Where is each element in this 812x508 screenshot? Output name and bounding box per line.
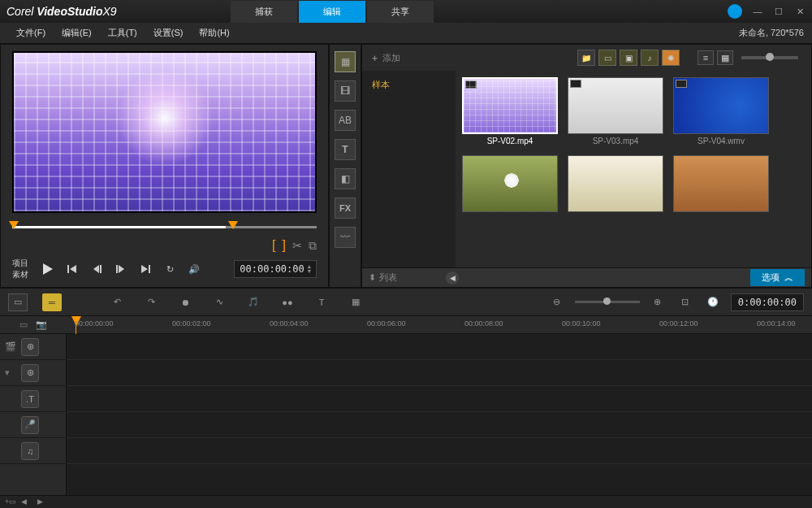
- thumb-view-button[interactable]: ▦: [717, 50, 733, 65]
- timeline-ruler[interactable]: 00:00:00:00 00:00:02:00 00:00:04:00 00:0…: [67, 316, 812, 333]
- mode-clip-label[interactable]: 素材: [12, 269, 28, 280]
- tab-share[interactable]: 共享: [367, 1, 434, 23]
- scroll-left-button[interactable]: ◀: [21, 497, 32, 507]
- storyboard-view-button[interactable]: ▭: [8, 293, 28, 311]
- graphic-category-button[interactable]: ◧: [335, 168, 356, 189]
- thumbnail-zoom-slider[interactable]: [741, 56, 798, 59]
- play-button[interactable]: [38, 259, 58, 279]
- import-folder-button[interactable]: 📁: [577, 50, 595, 66]
- menu-file[interactable]: 文件(F): [8, 24, 54, 42]
- ruler-camera-icon[interactable]: 📷: [36, 319, 47, 330]
- subtitle-button[interactable]: T: [312, 293, 331, 311]
- video-track-header[interactable]: 🎬 ⊛: [0, 334, 66, 360]
- mark-out-handle[interactable]: [228, 221, 238, 229]
- preview-scrubber[interactable]: [12, 219, 317, 233]
- zoom-out-button[interactable]: ⊖: [547, 293, 567, 311]
- mark-in-handle[interactable]: [9, 221, 19, 229]
- maximize-button[interactable]: ☐: [773, 6, 784, 17]
- goto-end-button[interactable]: [136, 259, 155, 279]
- workspace-tabs: 捕获 编辑 共享: [231, 1, 435, 23]
- title-category-button[interactable]: T: [335, 139, 356, 160]
- auto-music-button[interactable]: 🎵: [244, 293, 263, 311]
- media-category-button[interactable]: ▦: [335, 51, 356, 72]
- preview-viewport[interactable]: [12, 51, 317, 213]
- app-logo: Corel VideoStudioX9: [6, 5, 117, 18]
- clip-thumbnail[interactable]: SP-V03.mp4: [568, 77, 663, 145]
- mode-project-label[interactable]: 项目: [12, 258, 28, 269]
- menu-help[interactable]: 帮助(H): [191, 24, 237, 42]
- filter-favorites-button[interactable]: ✺: [662, 50, 680, 66]
- chevron-down-icon[interactable]: ▾: [5, 367, 16, 378]
- globe-icon[interactable]: [728, 4, 742, 19]
- menu-tools[interactable]: 工具(T): [100, 24, 145, 42]
- title-track-header[interactable]: .T: [0, 386, 66, 412]
- fit-project-button[interactable]: ⊡: [676, 293, 695, 311]
- clip-thumbnail[interactable]: SP-V04.wmv: [673, 77, 769, 145]
- chevron-up-icon: ︽: [784, 271, 793, 284]
- redo-button[interactable]: ↷: [141, 293, 161, 311]
- timeline-tracks-area[interactable]: [67, 334, 812, 495]
- overlay-track-icon: ⊛: [21, 364, 39, 382]
- tab-capture[interactable]: 捕获: [231, 1, 297, 23]
- svg-rect-8: [149, 265, 150, 273]
- goto-start-button[interactable]: [63, 259, 82, 279]
- mark-out-button[interactable]: ]: [283, 238, 286, 253]
- voice-track-header[interactable]: 🎤: [0, 412, 66, 438]
- repeat-button[interactable]: ↻: [160, 259, 179, 279]
- filter-photo-button[interactable]: ▣: [620, 50, 637, 66]
- snapshot-icon[interactable]: ⧉: [309, 239, 317, 253]
- video-badge-icon: [570, 80, 581, 88]
- video-badge-icon: [676, 80, 687, 88]
- library-panel: ＋ 添加 📁 ▭ ▣ ♪ ✺ ≡ ▦ 样本 SP-V02.mp4: [361, 44, 812, 288]
- title-track-icon: .T: [21, 390, 39, 408]
- music-track-header[interactable]: ♫: [0, 438, 66, 464]
- project-info: 未命名, 720*576: [739, 27, 804, 39]
- multi-trim-button[interactable]: ●●: [278, 293, 297, 311]
- tab-edit[interactable]: 编辑: [299, 1, 365, 23]
- clip-thumbnail[interactable]: [568, 155, 663, 215]
- clip-thumbnail[interactable]: [462, 155, 558, 215]
- volume-button[interactable]: 🔊: [184, 259, 204, 279]
- timeline-view-button[interactable]: ═: [42, 293, 62, 311]
- record-button[interactable]: ⏺: [175, 293, 195, 311]
- sort-button[interactable]: ⬍ 列表: [369, 271, 397, 284]
- prev-frame-button[interactable]: [87, 259, 106, 279]
- audio-mixer-button[interactable]: ∿: [209, 293, 229, 311]
- filter-video-button[interactable]: ▭: [598, 50, 616, 66]
- minimize-button[interactable]: —: [752, 6, 763, 17]
- zoom-in-button[interactable]: ⊕: [648, 293, 667, 311]
- close-button[interactable]: ✕: [794, 6, 806, 17]
- svg-rect-4: [100, 265, 102, 273]
- mark-in-button[interactable]: [: [272, 238, 275, 253]
- options-panel-button[interactable]: 选项 ︽: [750, 269, 805, 286]
- add-folder-button[interactable]: ＋ 添加: [370, 52, 400, 64]
- list-view-button[interactable]: ≡: [698, 50, 714, 65]
- next-frame-button[interactable]: [111, 259, 131, 279]
- undo-button[interactable]: ↶: [107, 293, 127, 311]
- cut-icon[interactable]: ✂: [292, 239, 302, 252]
- transition-category-button[interactable]: AB: [335, 110, 356, 131]
- clip-thumbnail[interactable]: SP-V02.mp4: [462, 77, 558, 145]
- track-toggle-icon[interactable]: 🎬: [5, 341, 16, 352]
- svg-marker-6: [119, 265, 124, 273]
- filter-category-button[interactable]: FX: [335, 198, 356, 219]
- tree-item-sample[interactable]: 样本: [367, 76, 451, 94]
- overlay-track-header[interactable]: ▾ ⊛: [0, 360, 66, 386]
- clip-thumbnail[interactable]: [673, 155, 769, 215]
- timeline-zoom-slider[interactable]: [575, 301, 640, 303]
- timeline-timecode[interactable]: 0:00:00:00: [731, 293, 804, 311]
- video-badge-icon: [465, 80, 477, 89]
- add-track-button[interactable]: +▭: [5, 497, 16, 507]
- track-manager-button[interactable]: ▦: [346, 293, 365, 311]
- preview-timecode[interactable]: 00:00:00:00 ▲▼: [234, 260, 317, 278]
- nav-prev-button[interactable]: ◀: [446, 271, 459, 284]
- menu-settings[interactable]: 设置(S): [145, 24, 192, 42]
- path-category-button[interactable]: 〰: [335, 227, 356, 248]
- menu-edit[interactable]: 编辑(E): [54, 24, 100, 42]
- instant-project-button[interactable]: 🎞: [335, 80, 356, 102]
- title-bar: Corel VideoStudioX9 捕获 编辑 共享 — ☐ ✕: [0, 0, 812, 23]
- filter-audio-button[interactable]: ♪: [641, 50, 659, 66]
- menu-bar: 文件(F) 编辑(E) 工具(T) 设置(S) 帮助(H) 未命名, 720*5…: [0, 23, 812, 44]
- scroll-right-button[interactable]: ▶: [37, 497, 49, 507]
- voice-track-icon: 🎤: [21, 416, 39, 434]
